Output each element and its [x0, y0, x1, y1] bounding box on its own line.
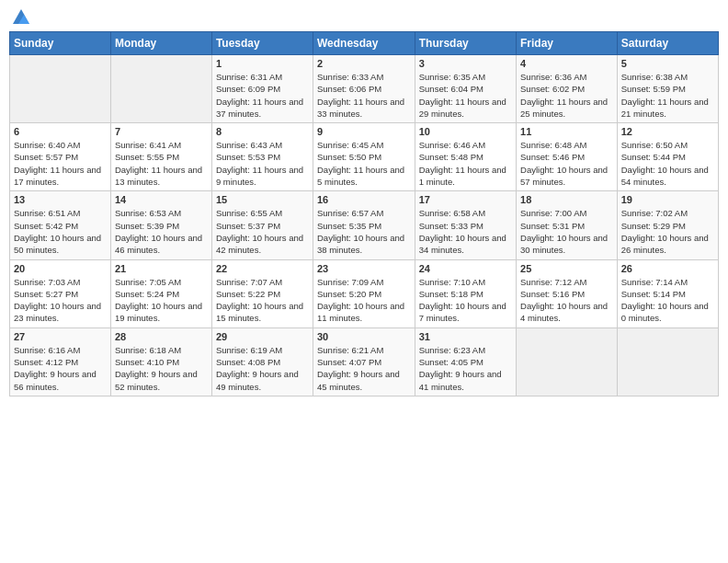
- weekday-header-tuesday: Tuesday: [211, 32, 313, 55]
- calendar-cell: 25Sunrise: 7:12 AMSunset: 5:16 PMDayligh…: [517, 259, 618, 327]
- calendar-cell: 19Sunrise: 7:02 AMSunset: 5:29 PMDayligh…: [617, 191, 718, 259]
- calendar-cell: [617, 327, 718, 396]
- calendar-cell: 1Sunrise: 6:31 AMSunset: 6:09 PMDaylight…: [211, 55, 313, 123]
- cell-content: Sunrise: 6:38 AMSunset: 5:59 PMDaylight:…: [621, 71, 714, 120]
- day-number: 28: [115, 331, 208, 342]
- day-number: 25: [520, 263, 613, 274]
- calendar-cell: [517, 327, 618, 396]
- weekday-header-row: SundayMondayTuesdayWednesdayThursdayFrid…: [10, 32, 719, 55]
- day-number: 26: [621, 263, 714, 274]
- weekday-header-saturday: Saturday: [617, 32, 718, 55]
- day-number: 23: [317, 263, 411, 274]
- day-number: 11: [520, 126, 613, 137]
- calendar-week-row: 6Sunrise: 6:40 AMSunset: 5:57 PMDaylight…: [10, 123, 719, 191]
- calendar-cell: 13Sunrise: 6:51 AMSunset: 5:42 PMDayligh…: [10, 191, 111, 259]
- calendar-cell: 31Sunrise: 6:23 AMSunset: 4:05 PMDayligh…: [415, 327, 516, 396]
- calendar-cell: 28Sunrise: 6:18 AMSunset: 4:10 PMDayligh…: [110, 327, 211, 396]
- day-number: 24: [419, 263, 512, 274]
- cell-content: Sunrise: 6:58 AMSunset: 5:33 PMDaylight:…: [419, 207, 512, 256]
- calendar-cell: 5Sunrise: 6:38 AMSunset: 5:59 PMDaylight…: [617, 55, 718, 123]
- calendar-cell: 20Sunrise: 7:03 AMSunset: 5:27 PMDayligh…: [10, 259, 111, 327]
- weekday-header-monday: Monday: [110, 32, 211, 55]
- cell-content: Sunrise: 6:19 AMSunset: 4:08 PMDaylight:…: [216, 344, 309, 393]
- cell-content: Sunrise: 6:21 AMSunset: 4:07 PMDaylight:…: [317, 344, 411, 393]
- cell-content: Sunrise: 6:45 AMSunset: 5:50 PMDaylight:…: [317, 139, 411, 188]
- cell-content: Sunrise: 7:00 AMSunset: 5:31 PMDaylight:…: [520, 207, 613, 256]
- calendar-cell: 10Sunrise: 6:46 AMSunset: 5:48 PMDayligh…: [415, 123, 516, 191]
- logo-icon: [11, 7, 31, 28]
- day-number: 5: [621, 58, 714, 69]
- cell-content: Sunrise: 7:05 AMSunset: 5:24 PMDaylight:…: [115, 276, 208, 325]
- calendar-cell: [10, 55, 111, 123]
- logo: [9, 9, 31, 24]
- calendar-cell: 24Sunrise: 7:10 AMSunset: 5:18 PMDayligh…: [415, 259, 516, 327]
- cell-content: Sunrise: 6:35 AMSunset: 6:04 PMDaylight:…: [419, 71, 512, 120]
- cell-content: Sunrise: 7:03 AMSunset: 5:27 PMDaylight:…: [14, 276, 107, 325]
- calendar-cell: 7Sunrise: 6:41 AMSunset: 5:55 PMDaylight…: [110, 123, 211, 191]
- calendar-cell: 21Sunrise: 7:05 AMSunset: 5:24 PMDayligh…: [110, 259, 211, 327]
- calendar-week-row: 1Sunrise: 6:31 AMSunset: 6:09 PMDaylight…: [10, 55, 719, 123]
- cell-content: Sunrise: 6:48 AMSunset: 5:46 PMDaylight:…: [520, 139, 613, 188]
- day-number: 20: [14, 263, 107, 274]
- cell-content: Sunrise: 6:18 AMSunset: 4:10 PMDaylight:…: [115, 344, 208, 393]
- cell-content: Sunrise: 6:46 AMSunset: 5:48 PMDaylight:…: [419, 139, 512, 188]
- calendar-cell: 9Sunrise: 6:45 AMSunset: 5:50 PMDaylight…: [313, 123, 415, 191]
- calendar-cell: 18Sunrise: 7:00 AMSunset: 5:31 PMDayligh…: [517, 191, 618, 259]
- calendar-cell: 17Sunrise: 6:58 AMSunset: 5:33 PMDayligh…: [415, 191, 516, 259]
- day-number: 31: [419, 331, 512, 342]
- cell-content: Sunrise: 6:33 AMSunset: 6:06 PMDaylight:…: [317, 71, 411, 120]
- day-number: 29: [216, 331, 309, 342]
- day-number: 12: [621, 126, 714, 137]
- day-number: 15: [216, 194, 309, 205]
- calendar-week-row: 13Sunrise: 6:51 AMSunset: 5:42 PMDayligh…: [10, 191, 719, 259]
- calendar-cell: 11Sunrise: 6:48 AMSunset: 5:46 PMDayligh…: [517, 123, 618, 191]
- day-number: 22: [216, 263, 309, 274]
- calendar-cell: 29Sunrise: 6:19 AMSunset: 4:08 PMDayligh…: [211, 327, 313, 396]
- calendar-cell: [110, 55, 211, 123]
- calendar-cell: 27Sunrise: 6:16 AMSunset: 4:12 PMDayligh…: [10, 327, 111, 396]
- header: [9, 9, 719, 24]
- cell-content: Sunrise: 6:40 AMSunset: 5:57 PMDaylight:…: [14, 139, 107, 188]
- calendar-cell: 14Sunrise: 6:53 AMSunset: 5:39 PMDayligh…: [110, 191, 211, 259]
- day-number: 1: [216, 58, 309, 69]
- day-number: 8: [216, 126, 309, 137]
- day-number: 2: [317, 58, 411, 69]
- cell-content: Sunrise: 7:10 AMSunset: 5:18 PMDaylight:…: [419, 276, 512, 325]
- day-number: 6: [14, 126, 107, 137]
- day-number: 7: [115, 126, 208, 137]
- calendar-cell: 16Sunrise: 6:57 AMSunset: 5:35 PMDayligh…: [313, 191, 415, 259]
- cell-content: Sunrise: 7:09 AMSunset: 5:20 PMDaylight:…: [317, 276, 411, 325]
- calendar-cell: 8Sunrise: 6:43 AMSunset: 5:53 PMDaylight…: [211, 123, 313, 191]
- cell-content: Sunrise: 6:53 AMSunset: 5:39 PMDaylight:…: [115, 207, 208, 256]
- calendar-cell: 6Sunrise: 6:40 AMSunset: 5:57 PMDaylight…: [10, 123, 111, 191]
- calendar-cell: 3Sunrise: 6:35 AMSunset: 6:04 PMDaylight…: [415, 55, 516, 123]
- day-number: 3: [419, 58, 512, 69]
- day-number: 27: [14, 331, 107, 342]
- cell-content: Sunrise: 7:02 AMSunset: 5:29 PMDaylight:…: [621, 207, 714, 256]
- weekday-header-wednesday: Wednesday: [313, 32, 415, 55]
- calendar-week-row: 20Sunrise: 7:03 AMSunset: 5:27 PMDayligh…: [10, 259, 719, 327]
- cell-content: Sunrise: 7:07 AMSunset: 5:22 PMDaylight:…: [216, 276, 309, 325]
- day-number: 17: [419, 194, 512, 205]
- weekday-header-thursday: Thursday: [415, 32, 516, 55]
- cell-content: Sunrise: 6:36 AMSunset: 6:02 PMDaylight:…: [520, 71, 613, 120]
- day-number: 13: [14, 194, 107, 205]
- day-number: 30: [317, 331, 411, 342]
- day-number: 4: [520, 58, 613, 69]
- cell-content: Sunrise: 6:57 AMSunset: 5:35 PMDaylight:…: [317, 207, 411, 256]
- day-number: 16: [317, 194, 411, 205]
- cell-content: Sunrise: 6:41 AMSunset: 5:55 PMDaylight:…: [115, 139, 208, 188]
- calendar-cell: 4Sunrise: 6:36 AMSunset: 6:02 PMDaylight…: [517, 55, 618, 123]
- calendar-cell: 30Sunrise: 6:21 AMSunset: 4:07 PMDayligh…: [313, 327, 415, 396]
- calendar-cell: 15Sunrise: 6:55 AMSunset: 5:37 PMDayligh…: [211, 191, 313, 259]
- day-number: 19: [621, 194, 714, 205]
- calendar-table: SundayMondayTuesdayWednesdayThursdayFrid…: [9, 31, 719, 396]
- cell-content: Sunrise: 7:12 AMSunset: 5:16 PMDaylight:…: [520, 276, 613, 325]
- day-number: 9: [317, 126, 411, 137]
- calendar-cell: 23Sunrise: 7:09 AMSunset: 5:20 PMDayligh…: [313, 259, 415, 327]
- page: SundayMondayTuesdayWednesdayThursdayFrid…: [0, 0, 728, 563]
- day-number: 18: [520, 194, 613, 205]
- weekday-header-friday: Friday: [517, 32, 618, 55]
- day-number: 10: [419, 126, 512, 137]
- calendar-cell: 26Sunrise: 7:14 AMSunset: 5:14 PMDayligh…: [617, 259, 718, 327]
